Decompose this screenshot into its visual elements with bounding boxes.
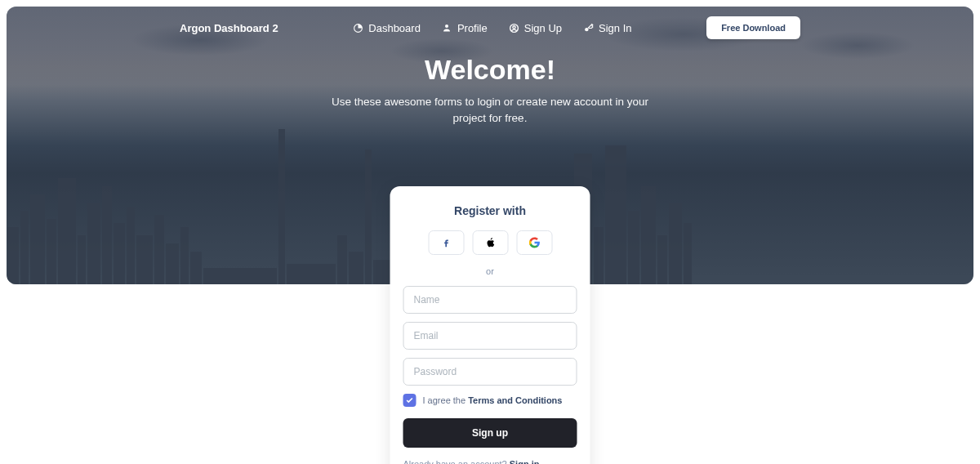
nav-links: Dashboard Profile Sign Up Sign In bbox=[353, 22, 631, 34]
nav-link-signup[interactable]: Sign Up bbox=[509, 22, 562, 34]
nav-label: Dashboard bbox=[368, 22, 421, 34]
facebook-icon bbox=[440, 237, 452, 248]
social-buttons bbox=[403, 230, 577, 255]
terms-checkbox[interactable] bbox=[403, 394, 416, 407]
svg-point-1 bbox=[445, 25, 448, 28]
terms-row: I agree the Terms and Conditions bbox=[403, 394, 577, 407]
top-nav: Argon Dashboard 2 Dashboard Profile Sign… bbox=[0, 16, 980, 39]
name-field[interactable] bbox=[403, 286, 577, 314]
signup-icon bbox=[509, 23, 519, 33]
free-download-button[interactable]: Free Download bbox=[706, 16, 800, 39]
brand-title[interactable]: Argon Dashboard 2 bbox=[180, 22, 278, 34]
apple-icon bbox=[484, 237, 496, 248]
register-card: Register with or I agree the Terms and C… bbox=[390, 186, 590, 464]
terms-text: I agree the Terms and Conditions bbox=[423, 395, 563, 405]
check-icon bbox=[406, 396, 414, 404]
signin-link[interactable]: Sign in bbox=[510, 459, 540, 464]
key-icon bbox=[583, 23, 594, 33]
already-prefix: Already have an account? bbox=[403, 459, 510, 464]
signup-button[interactable]: Sign up bbox=[403, 418, 577, 448]
nav-label: Sign In bbox=[599, 22, 631, 34]
nav-label: Sign Up bbox=[524, 22, 562, 34]
facebook-button[interactable] bbox=[428, 230, 464, 255]
google-button[interactable] bbox=[516, 230, 552, 255]
terms-link[interactable]: Terms and Conditions bbox=[468, 395, 562, 405]
nav-label: Profile bbox=[457, 22, 488, 34]
nav-link-profile[interactable]: Profile bbox=[442, 22, 488, 34]
nav-link-signin[interactable]: Sign In bbox=[583, 22, 631, 34]
card-title: Register with bbox=[403, 204, 577, 217]
email-field[interactable] bbox=[403, 322, 577, 350]
user-icon bbox=[442, 23, 452, 33]
hero-text: Welcome! Use these awesome forms to logi… bbox=[0, 54, 980, 127]
dashboard-icon bbox=[353, 23, 363, 33]
terms-prefix: I agree the bbox=[423, 395, 469, 405]
apple-button[interactable] bbox=[472, 230, 508, 255]
svg-point-3 bbox=[513, 25, 515, 28]
hero-title: Welcome! bbox=[0, 54, 980, 86]
divider-or: or bbox=[403, 266, 577, 276]
google-icon bbox=[528, 237, 540, 248]
nav-link-dashboard[interactable]: Dashboard bbox=[353, 22, 421, 34]
password-field[interactable] bbox=[403, 358, 577, 386]
already-row: Already have an account? Sign in bbox=[403, 459, 577, 464]
hero-subtitle: Use these awesome forms to login or crea… bbox=[318, 94, 662, 127]
svg-point-4 bbox=[585, 27, 588, 30]
